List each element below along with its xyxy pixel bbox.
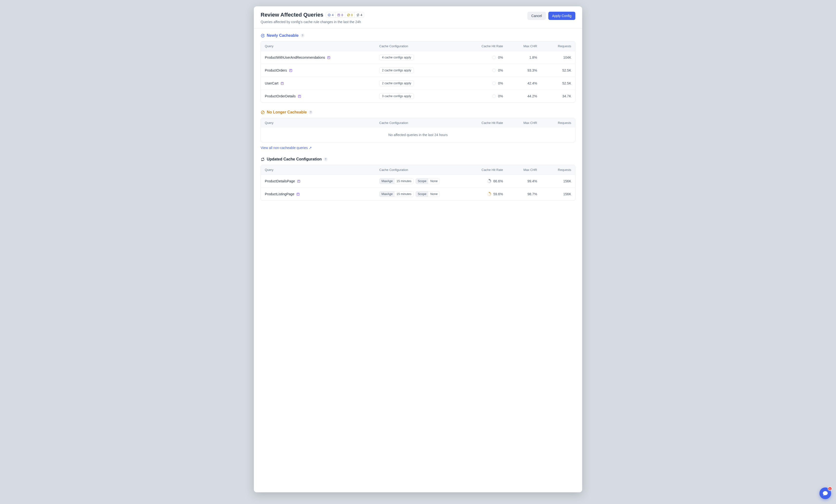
check-circle-icon xyxy=(261,34,265,38)
cache-config-pill[interactable]: 2 cache configs apply xyxy=(379,67,414,73)
tag-value: None xyxy=(428,178,439,184)
chat-icon xyxy=(822,490,828,496)
no-cache-icon xyxy=(347,13,350,17)
table-row[interactable]: ProductWithUserAndRecommendations 4 cach… xyxy=(261,51,575,64)
loading-spinner-icon xyxy=(492,94,496,98)
table-header: Query Cache Configuration Cache Hit Rate… xyxy=(261,165,575,175)
modal-body: Newly Cacheable ? Query Cache Configurat… xyxy=(254,28,582,492)
max-chr: 44.2% xyxy=(503,94,537,98)
section-title-no-longer: No Longer Cacheable xyxy=(267,110,307,114)
cache-config-pill[interactable]: 2 cache configs apply xyxy=(379,80,414,86)
refresh-icon xyxy=(356,13,360,17)
query-name: UserCart xyxy=(265,81,279,85)
query-name: ProductListingPage xyxy=(265,192,294,196)
apply-config-button[interactable]: Apply Config xyxy=(548,12,575,20)
col-req: Requests xyxy=(537,168,571,172)
refresh-icon xyxy=(261,157,265,161)
query-name: ProductOrders xyxy=(265,69,287,72)
cache-config-pill[interactable]: 4 cache configs apply xyxy=(379,55,414,60)
help-icon[interactable]: ? xyxy=(324,157,328,161)
query-icon xyxy=(296,192,300,196)
badge-newly-cacheable: 4 xyxy=(326,12,336,18)
query-icon xyxy=(327,56,330,59)
section-title-newly: Newly Cacheable xyxy=(267,33,299,38)
modal-header: Review Affected Queries 4 8 xyxy=(254,6,582,28)
tag-key: MaxAge xyxy=(380,191,395,197)
max-chr: 99.4% xyxy=(503,179,537,183)
table-row[interactable]: ProductOrders 2 cache configs apply 0% 9… xyxy=(261,64,575,77)
help-icon[interactable]: ? xyxy=(301,34,304,38)
help-icon[interactable]: ? xyxy=(309,110,312,114)
col-req: Requests xyxy=(537,121,571,125)
col-chr: Cache Hit Rate xyxy=(469,121,503,125)
tag-key: MaxAge xyxy=(380,178,395,184)
tag-key: Scope xyxy=(416,178,428,184)
query-name: ProductOrderDetails xyxy=(265,94,296,98)
loading-spinner-icon xyxy=(492,81,496,85)
config-tag[interactable]: MaxAge15 minutes xyxy=(379,178,414,184)
requests: 52.5K xyxy=(537,69,571,72)
query-icon xyxy=(297,179,301,183)
chat-unread-badge: 1 xyxy=(828,486,832,491)
no-cache-circle-icon xyxy=(261,110,265,114)
requests: 156K xyxy=(537,179,571,183)
view-all-non-cacheable-link[interactable]: View all non-cacheable queries↗ xyxy=(261,146,312,150)
query-icon xyxy=(280,81,284,85)
review-affected-queries-modal: Review Affected Queries 4 8 xyxy=(254,6,582,492)
table-row[interactable]: ProductDetailsPage MaxAge15 minutesScope… xyxy=(261,175,575,188)
link-label: View all non-cacheable queries xyxy=(261,146,308,150)
query-name: ProductWithUserAndRecommendations xyxy=(265,56,325,59)
query-name: ProductDetailsPage xyxy=(265,179,295,183)
cancel-button[interactable]: Cancel xyxy=(527,12,546,20)
col-max: Max CHR xyxy=(503,121,537,125)
cache-hit-rate: 59.6% xyxy=(493,192,503,196)
no-longer-cacheable-table: Query Cache Configuration Cache Hit Rate… xyxy=(261,118,575,142)
loading-spinner-icon xyxy=(487,192,491,196)
tag-value: None xyxy=(428,191,439,197)
external-link-icon: ↗ xyxy=(309,146,312,150)
cache-hit-rate: 0% xyxy=(498,56,503,59)
svg-point-0 xyxy=(328,14,330,16)
newly-cacheable-table: Query Cache Configuration Cache Hit Rate… xyxy=(261,41,575,103)
col-query: Query xyxy=(265,44,379,48)
query-icon xyxy=(298,95,301,98)
section-title-updated: Updated Cache Configuration xyxy=(267,157,322,161)
config-tag[interactable]: ScopeNone xyxy=(416,178,440,184)
cache-config-pill[interactable]: 3 cache configs apply xyxy=(379,93,414,99)
badge-newly-count: 4 xyxy=(332,13,334,17)
modal-title: Review Affected Queries xyxy=(261,12,323,18)
max-chr: 98.7% xyxy=(503,192,537,196)
table-row[interactable]: ProductOrderDetails 3 cache configs appl… xyxy=(261,90,575,102)
table-header: Query Cache Configuration Cache Hit Rate… xyxy=(261,118,575,128)
cache-hit-rate: 0% xyxy=(498,69,503,72)
col-max: Max CHR xyxy=(503,44,537,48)
modal-subtitle: Queries affected by config's cache rule … xyxy=(261,20,364,24)
config-tag[interactable]: ScopeNone xyxy=(416,191,440,197)
col-query: Query xyxy=(265,168,379,172)
tag-value: 15 minutes xyxy=(395,191,413,197)
tag-value: 15 minutes xyxy=(395,178,413,184)
badge-configs-count: 8 xyxy=(341,13,343,17)
badge-updated-count: 4 xyxy=(361,13,362,17)
badge-cache-configs: 8 xyxy=(336,12,345,18)
table-row[interactable]: ProductListingPage MaxAge15 minutesScope… xyxy=(261,188,575,200)
loading-spinner-icon xyxy=(492,68,496,73)
summary-badges: 4 8 0 xyxy=(326,12,364,18)
chat-widget[interactable]: 1 xyxy=(819,487,831,499)
tag-key: Scope xyxy=(416,191,428,197)
max-chr: 1.8% xyxy=(503,56,537,59)
requests: 52.5K xyxy=(537,81,571,85)
max-chr: 93.3% xyxy=(503,69,537,72)
max-chr: 42.4% xyxy=(503,81,537,85)
col-max: Max CHR xyxy=(503,168,537,172)
table-row[interactable]: UserCart 2 cache configs apply 0% 42.4% … xyxy=(261,77,575,90)
requests: 156K xyxy=(537,192,571,196)
config-tag[interactable]: MaxAge15 minutes xyxy=(379,191,414,197)
cache-hit-rate: 0% xyxy=(498,94,503,98)
loading-spinner-icon xyxy=(487,179,491,183)
col-req: Requests xyxy=(537,44,571,48)
config-icon xyxy=(337,13,340,17)
check-arrow-icon xyxy=(328,13,331,17)
section-updated-config: Updated Cache Configuration ? Query Cach… xyxy=(261,157,575,201)
query-icon xyxy=(289,69,292,72)
